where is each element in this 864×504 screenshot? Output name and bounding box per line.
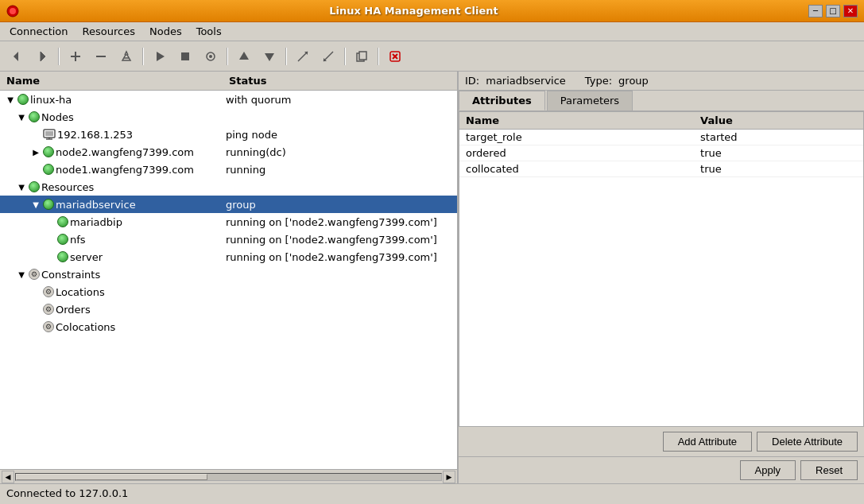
status-locations (223, 291, 457, 293)
start-button[interactable] (148, 45, 172, 68)
scroll-right-arrow[interactable]: ▶ (443, 471, 455, 483)
close-button[interactable]: ✕ (843, 5, 858, 17)
tree-row-server[interactable]: server running on ['node2.wangfeng7399.c… (0, 248, 457, 266)
tree-row-node-192[interactable]: 192.168.1.253 ping node (0, 126, 457, 143)
dot-resources (29, 181, 40, 192)
tree-row-locations[interactable]: ⚙ Locations (0, 283, 457, 300)
toolbar (0, 41, 864, 72)
status-bar: Connected to 127.0.0.1 (0, 483, 864, 502)
dot-node1 (43, 164, 54, 175)
status-linux-ha: with quorum (223, 93, 457, 107)
tree-row-node1[interactable]: node1.wangfeng7399.com running (0, 161, 457, 178)
scroll-left-arrow[interactable]: ◀ (2, 471, 14, 483)
label-nodes: Nodes (41, 111, 74, 123)
attr-name-collocated: collocated (459, 161, 694, 177)
tree-row-mariadbip[interactable]: mariadbip running on ['node2.wangfeng739… (0, 213, 457, 231)
attr-row-ordered[interactable]: ordered true (459, 145, 863, 161)
expand-linux-ha[interactable]: ▼ (5, 94, 16, 105)
menu-tools[interactable]: Tools (190, 24, 228, 39)
attr-name-target-role: target_role (459, 130, 694, 145)
label-server: server (70, 251, 103, 263)
attr-value-ordered: true (694, 145, 863, 161)
svg-point-12 (209, 55, 212, 58)
toolbar-sep-2 (142, 48, 144, 65)
info-header: ID: mariadbservice Type: group (459, 72, 864, 91)
toolbar-sep-6 (378, 48, 379, 65)
status-node1: running (223, 163, 457, 176)
svg-marker-14 (265, 53, 274, 61)
menu-resources[interactable]: Resources (76, 24, 141, 39)
manage-button[interactable] (199, 45, 223, 68)
expand-nodes[interactable]: ▼ (16, 111, 27, 122)
menu-nodes[interactable]: Nodes (143, 24, 188, 39)
svg-marker-13 (239, 52, 249, 60)
dot-server (57, 251, 68, 262)
tab-attributes[interactable]: Attributes (459, 91, 545, 110)
tree-body: ▼ linux-ha with quorum ▼ Nodes (0, 91, 457, 469)
tree-row-orders[interactable]: ⚙ Orders (0, 300, 457, 318)
expand-node2[interactable]: ▶ (30, 146, 41, 157)
status-node2: running(dc) (223, 145, 457, 159)
toolbar-sep-3 (227, 48, 228, 65)
status-orders (223, 308, 457, 310)
exit-button[interactable] (383, 45, 407, 68)
tree-row-nodes[interactable]: ▼ Nodes (0, 108, 457, 126)
tree-row-linux-ha[interactable]: ▼ linux-ha with quorum (0, 91, 457, 108)
tree-col-status: Status (226, 73, 454, 88)
dot-nodes (29, 111, 40, 122)
add-attribute-button[interactable]: Add Attribute (663, 432, 752, 452)
unmigrate-button[interactable] (316, 45, 340, 68)
label-orders: Orders (56, 304, 91, 316)
tab-parameters[interactable]: Parameters (547, 91, 633, 110)
icon-colocations: ⚙ (43, 321, 54, 332)
remove-button[interactable] (89, 45, 113, 68)
attr-row-collocated[interactable]: collocated true (459, 161, 863, 177)
tree-row-colocations[interactable]: ⚙ Colocations (0, 318, 457, 335)
migrate-button[interactable] (291, 45, 315, 68)
minimize-button[interactable]: ─ (808, 5, 823, 17)
id-value: mariadbservice (486, 75, 566, 87)
horizontal-scrollbar[interactable]: ◀ ▶ (0, 469, 457, 483)
up-button[interactable] (232, 45, 256, 68)
restore-button[interactable]: □ (826, 5, 840, 17)
status-node-192: ping node (223, 128, 457, 142)
status-mariadbip: running on ['node2.wangfeng7399.com'] (223, 215, 457, 229)
tree-header: Name Status (0, 72, 457, 91)
tree-row-resources[interactable]: ▼ Resources (0, 178, 457, 196)
tree-row-constraints[interactable]: ▼ ⚙ Constraints (0, 266, 457, 283)
tab-bar: Attributes Parameters (459, 91, 864, 111)
copy-button[interactable] (350, 45, 374, 68)
apply-button[interactable]: Apply (740, 460, 796, 480)
add-button[interactable] (64, 45, 87, 68)
tree-row-mariadbservice[interactable]: ▼ mariadbservice group (0, 196, 457, 213)
app-icon (6, 5, 19, 17)
reset-button[interactable]: Reset (800, 460, 858, 480)
expand-constraints[interactable]: ▼ (16, 269, 27, 280)
toolbar-sep-4 (285, 48, 287, 65)
clean-button[interactable] (114, 45, 138, 68)
forward-button[interactable] (30, 45, 54, 68)
back-button[interactable] (5, 45, 29, 68)
status-nfs: running on ['node2.wangfeng7399.com'] (223, 233, 457, 246)
attr-row-target-role[interactable]: target_role started (459, 130, 863, 145)
menu-connection[interactable]: Connection (3, 24, 75, 39)
svg-rect-25 (45, 131, 53, 136)
attr-name-ordered: ordered (459, 145, 694, 161)
expand-resources[interactable]: ▼ (16, 181, 27, 192)
label-node-192: 192.168.1.253 (57, 129, 133, 141)
label-colocations: Colocations (56, 321, 115, 333)
down-button[interactable] (258, 45, 281, 68)
status-resources (223, 186, 457, 188)
icon-locations: ⚙ (43, 286, 54, 297)
scroll-track[interactable] (15, 473, 442, 481)
dot-node2 (43, 146, 54, 157)
scroll-thumb[interactable] (16, 474, 207, 480)
menu-bar: Connection Resources Nodes Tools (0, 22, 864, 41)
expand-mariadbservice[interactable]: ▼ (30, 199, 41, 210)
label-locations: Locations (56, 286, 105, 298)
icon-constraints: ⚙ (29, 269, 40, 280)
tree-row-nfs[interactable]: nfs running on ['node2.wangfeng7399.com'… (0, 231, 457, 248)
stop-button[interactable] (173, 45, 197, 68)
tree-row-node2[interactable]: ▶ node2.wangfeng7399.com running(dc) (0, 143, 457, 161)
delete-attribute-button[interactable]: Delete Attribute (757, 432, 858, 452)
